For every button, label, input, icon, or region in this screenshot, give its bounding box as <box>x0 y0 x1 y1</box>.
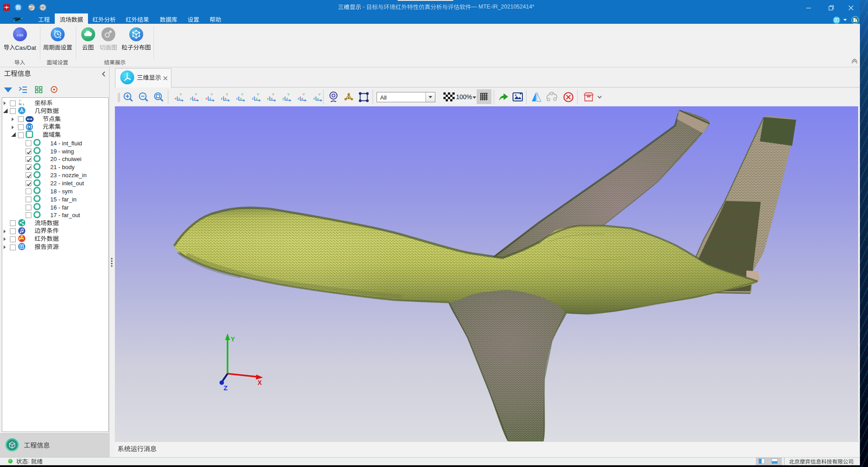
svg-text:z: z <box>313 96 315 100</box>
svg-text:x: x <box>206 96 207 100</box>
svg-text:z: z <box>179 96 180 100</box>
svg-text:x: x <box>194 96 196 100</box>
svg-text:X: X <box>258 379 262 386</box>
svg-text:x: x <box>23 103 25 106</box>
svg-text:Z: Z <box>224 384 228 392</box>
svg-text:Y: Y <box>231 336 235 343</box>
svg-text:z: z <box>190 96 192 100</box>
svg-text:z: z <box>221 96 223 100</box>
svg-text:z: z <box>209 96 211 100</box>
svg-text:cas: cas <box>17 32 23 37</box>
svg-text:y: y <box>255 96 257 100</box>
svg-text:z: z <box>20 102 22 105</box>
svg-text:z: z <box>252 96 254 100</box>
svg-text:x: x <box>302 96 303 100</box>
svg-text:y: y <box>240 96 242 100</box>
svg-text:x: x <box>224 96 226 100</box>
svg-text:y: y <box>317 96 319 100</box>
svg-text:y: y <box>282 96 284 100</box>
svg-text:z: z <box>286 96 288 100</box>
svg-text:x: x <box>271 96 272 100</box>
svg-text:z: z <box>298 96 299 100</box>
svg-text:y: y <box>267 96 269 100</box>
svg-text:z: z <box>236 96 238 100</box>
svg-text:x: x <box>175 96 176 100</box>
